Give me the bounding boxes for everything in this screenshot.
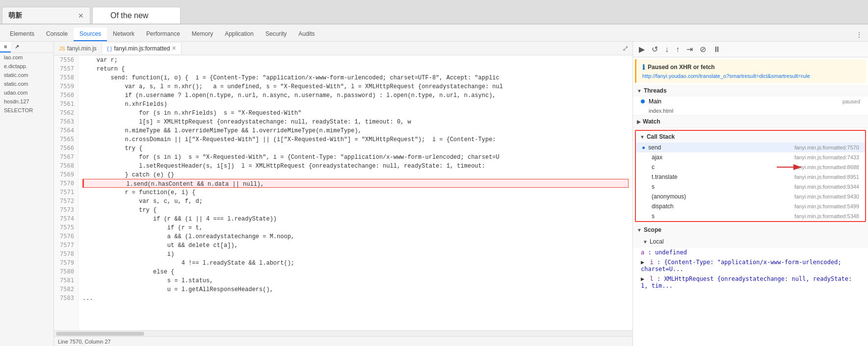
browser-tab-cn[interactable]: 萌新 ✕ xyxy=(2,7,90,24)
cs-file-3: fanyi.min.js:formatted:8951 xyxy=(794,174,859,180)
cs-file-5: fanyi.min.js:formatted:9430 xyxy=(794,194,859,199)
scope-expand-i[interactable]: ▶ xyxy=(641,259,644,266)
call-stack-label: Call Stack xyxy=(647,133,675,140)
debugger-toolbar: ▶ ↺ ↓ ↑ ⇥ ⊘ ⏸ xyxy=(633,42,868,57)
call-stack-item-6[interactable]: dispatch fanyi.min.js:formatted:5499 xyxy=(636,201,865,211)
cs-name-4: s xyxy=(652,183,794,190)
call-stack-section: ▼ Call Stack ● send fanyi.min.js:formatt… xyxy=(635,130,866,222)
scope-val-l: : XMLHttpRequest {onreadystatechange: nu… xyxy=(641,275,852,289)
file-tab-formatted[interactable]: { } fanyi.min.js:formatted ✕ xyxy=(102,43,182,54)
line-numbers: 7556755775587559756075617562756375647565… xyxy=(54,55,79,330)
watch-label: Watch xyxy=(643,118,660,125)
call-stack-item-3[interactable]: t.translate fanyi.min.js:formatted:8951 xyxy=(636,172,865,182)
watch-triangle: ▶ xyxy=(637,119,641,124)
call-stack-item-5[interactable]: (anonymous) fanyi.min.js:formatted:9430 xyxy=(636,192,865,201)
code-line-7581: s = l.status, xyxy=(82,276,629,285)
scope-key-a: a xyxy=(641,249,644,256)
tab-security[interactable]: Security xyxy=(260,27,292,41)
pause-title: ℹ Paused on XHR or fetch xyxy=(642,63,860,71)
file-tab-minjs[interactable]: JS fanyi.min.js xyxy=(54,43,102,54)
threads-triangle: ▼ xyxy=(637,88,642,94)
code-line-7583: ... xyxy=(82,294,629,302)
call-stack-item-0[interactable]: ● send fanyi.min.js:formatted:7570 xyxy=(636,143,865,152)
scope-local-header[interactable]: ▼ Local xyxy=(633,236,868,247)
code-line-7577: ut && delete ct[a]), xyxy=(82,241,629,249)
tab-audits[interactable]: Audits xyxy=(292,27,320,41)
code-line-7563: l[s] = XMLHttpRequest {onreadystatechang… xyxy=(82,117,629,126)
thread-sub-index: index.html xyxy=(633,106,868,115)
tab-memory[interactable]: Memory xyxy=(186,27,219,41)
threads-label: Threads xyxy=(644,87,667,94)
editor-expand-btn[interactable]: ⤢ xyxy=(618,42,632,55)
step-out-btn[interactable]: ↑ xyxy=(674,44,682,55)
tab-title-cn: 萌新 xyxy=(8,11,22,20)
code-line-7569: } catch (e) {} xyxy=(82,170,629,179)
scope-section: ▼ Scope ▼ Local a : undefined ▶ i : {Con… xyxy=(633,224,868,291)
step-into-btn[interactable]: ↓ xyxy=(663,44,671,55)
tab-network[interactable]: Network xyxy=(107,27,140,41)
pause-url[interactable]: http://fanyi.youdao.com/translate_o?smar… xyxy=(642,73,860,79)
file-list-item-6[interactable]: SELECTOR xyxy=(0,106,53,115)
file-list-item-0[interactable]: lao.com xyxy=(0,53,53,62)
call-stack-item-7[interactable]: s fanyi.min.js:formatted:5348 xyxy=(636,211,865,221)
browser-tab-en[interactable]: Of the new xyxy=(92,7,181,24)
cs-file-1: fanyi.min.js:formatted:7433 xyxy=(794,154,859,160)
scope-header[interactable]: ▼ Scope xyxy=(633,224,868,236)
thread-name: Main xyxy=(649,98,839,105)
file-tabs-bar: JS fanyi.min.js { } fanyi.min.js:formatt… xyxy=(54,42,632,55)
code-line-7578: i) xyxy=(82,249,629,258)
tab-elements[interactable]: Elements xyxy=(4,27,40,41)
file-tab-label-0: fanyi.min.js xyxy=(67,45,97,52)
call-stack-header[interactable]: ▼ Call Stack xyxy=(636,131,865,143)
horizontal-scrollbar[interactable] xyxy=(54,330,632,336)
code-line-7562: for (s in n.xhrFields) s = "X-Requested-… xyxy=(82,108,629,117)
scope-local-l: ▶ l : XMLHttpRequest {onreadystatechange… xyxy=(633,274,868,291)
cs-file-7: fanyi.min.js:formatted:5348 xyxy=(794,213,859,219)
tab-performance[interactable]: Performance xyxy=(140,27,186,41)
code-line-7573: try { xyxy=(82,205,629,214)
cursor-position: Line 7570, Column 27 xyxy=(58,339,111,345)
tab-application[interactable]: Application xyxy=(219,27,260,41)
scope-val-a: : undefined xyxy=(648,249,686,256)
call-stack-item-2[interactable]: c fanyi.min.js:formatted:8688 xyxy=(636,162,865,172)
step-over-btn[interactable]: ↺ xyxy=(650,44,660,55)
pause-banner: ℹ Paused on XHR or fetch http://fanyi.yo… xyxy=(635,59,866,83)
scope-local-label: Local xyxy=(650,238,664,245)
file-list-item-4[interactable]: udao.com xyxy=(0,88,53,97)
more-tabs-button[interactable]: ⋮ xyxy=(850,28,868,41)
deactivate-btn[interactable]: ⊘ xyxy=(698,44,708,55)
file-tab-label-1: fanyi.min.js:formatted xyxy=(114,45,170,52)
pause-exceptions-btn[interactable]: ⏸ xyxy=(711,44,723,55)
pause-title-text: Paused on XHR or fetch xyxy=(648,64,715,71)
code-line-7556: var r; xyxy=(82,55,629,64)
threads-header[interactable]: ▼ Threads xyxy=(633,85,868,97)
step-btn[interactable]: ⇥ xyxy=(684,44,695,55)
call-stack-item-1[interactable]: ajax fanyi.min.js:formatted:7433 xyxy=(636,152,865,162)
code-line-7558: send: function(i, o) { i = {Content-Type… xyxy=(82,73,629,82)
file-list-item-1[interactable]: e.dictapp. xyxy=(0,62,53,71)
resume-btn[interactable]: ▶ xyxy=(637,44,647,55)
scope-expand-l[interactable]: ▶ xyxy=(641,275,644,282)
tab-sources[interactable]: Sources xyxy=(74,27,107,41)
code-editor[interactable]: var r; return { send: function(i, o) { i… xyxy=(79,55,632,330)
code-line-7572: var s, c, u, f, d; xyxy=(82,197,629,205)
cs-name-1: ajax xyxy=(652,154,794,161)
code-line-7560: if (n.username ? l.open(n.type, n.url, n… xyxy=(82,91,629,99)
scope-val-i: : {Content-Type: "application/x-www-form… xyxy=(641,259,842,272)
file-list-tab-files[interactable]: ≡ xyxy=(0,42,11,52)
info-icon: ℹ xyxy=(642,63,645,71)
thread-status: paused xyxy=(842,99,860,104)
scroll-thumb[interactable] xyxy=(56,332,144,336)
close-file-tab[interactable]: ✕ xyxy=(172,45,176,51)
call-stack-item-4[interactable]: s fanyi.min.js:formatted:9344 xyxy=(636,182,865,192)
file-list-item-3[interactable]: static.com xyxy=(0,79,53,88)
code-container[interactable]: 7556755775587559756075617562756375647565… xyxy=(54,55,632,330)
file-list-item-5[interactable]: hosdn.127 xyxy=(0,97,53,106)
code-line-7575: if (r = t, xyxy=(82,223,629,232)
close-tab-cn[interactable]: ✕ xyxy=(78,12,84,20)
thread-main: Main paused xyxy=(633,97,868,106)
tab-console[interactable]: Console xyxy=(40,27,74,41)
file-list-item-2[interactable]: static.com xyxy=(0,71,53,79)
watch-header[interactable]: ▶ Watch xyxy=(633,116,868,127)
file-list-tab-overrides[interactable]: ↗ xyxy=(11,42,23,52)
